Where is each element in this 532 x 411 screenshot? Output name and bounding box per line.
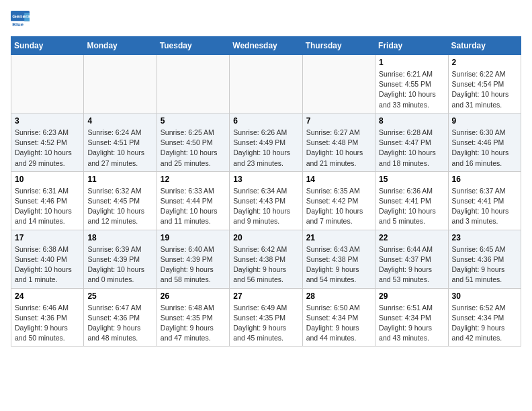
day-info: Sunrise: 6:39 AMSunset: 4:39 PMDaylight:…: [87, 244, 152, 285]
dow-header: Monday: [84, 37, 157, 55]
day-number: 4: [87, 116, 152, 126]
day-info: Sunrise: 6:38 AMSunset: 4:40 PMDaylight:…: [15, 244, 80, 285]
daylight-text: Daylight: 10 hours and 7 minutes.: [306, 207, 363, 225]
daylight-text: Daylight: 9 hours and 43 minutes.: [379, 324, 432, 342]
sunset-text: Sunset: 4:38 PM: [306, 255, 359, 263]
day-info: Sunrise: 6:50 AMSunset: 4:34 PMDaylight:…: [306, 303, 371, 344]
day-info: Sunrise: 6:21 AMSunset: 4:55 PMDaylight:…: [379, 69, 444, 110]
sunset-text: Sunset: 4:41 PM: [452, 197, 504, 205]
sunset-text: Sunset: 4:36 PM: [87, 314, 140, 322]
daylight-text: Daylight: 10 hours and 23 minutes.: [233, 148, 290, 167]
calendar-body: 1Sunrise: 6:21 AMSunset: 4:55 PMDaylight…: [11, 55, 521, 347]
sunrise-text: Sunrise: 6:25 AM: [161, 128, 214, 136]
sunset-text: Sunset: 4:40 PM: [15, 255, 67, 263]
daylight-text: Daylight: 10 hours and 31 minutes.: [452, 90, 509, 108]
calendar-cell: 10Sunrise: 6:31 AMSunset: 4:46 PMDayligh…: [11, 171, 84, 230]
day-number: 8: [379, 116, 444, 126]
daylight-text: Daylight: 10 hours and 12 minutes.: [87, 207, 144, 225]
daylight-text: Daylight: 10 hours and 16 minutes.: [452, 148, 509, 167]
calendar-week-row: 10Sunrise: 6:31 AMSunset: 4:46 PMDayligh…: [11, 171, 521, 230]
calendar-cell: 18Sunrise: 6:39 AMSunset: 4:39 PMDayligh…: [84, 230, 157, 288]
day-number: 7: [306, 116, 371, 126]
day-info: Sunrise: 6:26 AMSunset: 4:49 PMDaylight:…: [233, 128, 298, 169]
day-info: Sunrise: 6:33 AMSunset: 4:44 PMDaylight:…: [161, 186, 226, 227]
sunrise-text: Sunrise: 6:37 AM: [452, 187, 506, 195]
sunset-text: Sunset: 4:48 PM: [306, 138, 359, 146]
sunset-text: Sunset: 4:35 PM: [233, 314, 285, 322]
day-info: Sunrise: 6:28 AMSunset: 4:47 PMDaylight:…: [379, 128, 444, 169]
svg-text:General: General: [12, 13, 30, 19]
daylight-text: Daylight: 10 hours and 25 minutes.: [161, 148, 218, 167]
sunrise-text: Sunrise: 6:35 AM: [306, 187, 360, 195]
sunset-text: Sunset: 4:35 PM: [161, 314, 213, 322]
calendar-cell: 29Sunrise: 6:51 AMSunset: 4:34 PMDayligh…: [375, 288, 448, 347]
calendar-cell: [11, 55, 84, 113]
sunrise-text: Sunrise: 6:31 AM: [15, 187, 69, 195]
sunrise-text: Sunrise: 6:42 AM: [233, 245, 287, 253]
calendar-cell: 22Sunrise: 6:44 AMSunset: 4:37 PMDayligh…: [375, 230, 448, 288]
sunset-text: Sunset: 4:49 PM: [233, 138, 285, 146]
day-info: Sunrise: 6:24 AMSunset: 4:51 PMDaylight:…: [87, 128, 152, 169]
calendar-cell: 1Sunrise: 6:21 AMSunset: 4:55 PMDaylight…: [375, 55, 448, 113]
day-number: 2: [452, 58, 517, 67]
sunset-text: Sunset: 4:47 PM: [379, 138, 431, 146]
calendar-week-row: 3Sunrise: 6:23 AMSunset: 4:52 PMDaylight…: [11, 113, 521, 171]
daylight-text: Daylight: 10 hours and 11 minutes.: [161, 207, 218, 225]
day-info: Sunrise: 6:43 AMSunset: 4:38 PMDaylight:…: [306, 244, 371, 285]
sunrise-text: Sunrise: 6:52 AM: [452, 304, 506, 312]
day-info: Sunrise: 6:30 AMSunset: 4:46 PMDaylight:…: [452, 128, 517, 169]
day-info: Sunrise: 6:40 AMSunset: 4:39 PMDaylight:…: [161, 244, 226, 285]
day-number: 20: [233, 233, 298, 242]
sunset-text: Sunset: 4:51 PM: [87, 138, 140, 146]
day-info: Sunrise: 6:42 AMSunset: 4:38 PMDaylight:…: [233, 244, 298, 285]
calendar-cell: 25Sunrise: 6:47 AMSunset: 4:36 PMDayligh…: [84, 288, 157, 347]
day-info: Sunrise: 6:48 AMSunset: 4:35 PMDaylight:…: [161, 303, 226, 344]
logo: General Blue: [11, 11, 30, 30]
sunrise-text: Sunrise: 6:40 AM: [161, 245, 214, 253]
sunset-text: Sunset: 4:36 PM: [15, 314, 67, 322]
sunset-text: Sunset: 4:46 PM: [15, 197, 67, 205]
page-header: General Blue: [11, 11, 521, 30]
day-number: 27: [233, 291, 298, 301]
daylight-text: Daylight: 10 hours and 27 minutes.: [87, 148, 144, 167]
calendar-cell: 12Sunrise: 6:33 AMSunset: 4:44 PMDayligh…: [157, 171, 229, 230]
sunset-text: Sunset: 4:41 PM: [379, 197, 431, 205]
calendar-cell: 9Sunrise: 6:30 AMSunset: 4:46 PMDaylight…: [448, 113, 521, 171]
calendar-cell: 13Sunrise: 6:34 AMSunset: 4:43 PMDayligh…: [230, 171, 302, 230]
svg-text:Blue: Blue: [12, 21, 24, 28]
daylight-text: Daylight: 9 hours and 50 minutes.: [15, 324, 68, 342]
sunrise-text: Sunrise: 6:51 AM: [379, 304, 433, 312]
calendar-cell: 24Sunrise: 6:46 AMSunset: 4:36 PMDayligh…: [11, 288, 84, 347]
sunset-text: Sunset: 4:42 PM: [306, 197, 359, 205]
sunrise-text: Sunrise: 6:26 AM: [233, 128, 287, 136]
calendar-cell: 7Sunrise: 6:27 AMSunset: 4:48 PMDaylight…: [302, 113, 375, 171]
day-number: 17: [15, 233, 80, 242]
daylight-text: Daylight: 10 hours and 9 minutes.: [233, 207, 290, 225]
day-info: Sunrise: 6:35 AMSunset: 4:42 PMDaylight:…: [306, 186, 371, 227]
sunset-text: Sunset: 4:55 PM: [379, 80, 431, 88]
daylight-text: Daylight: 10 hours and 21 minutes.: [306, 148, 363, 167]
dow-header: Saturday: [448, 37, 521, 55]
sunrise-text: Sunrise: 6:34 AM: [233, 187, 287, 195]
day-number: 1: [379, 58, 444, 67]
calendar-cell: 5Sunrise: 6:25 AMSunset: 4:50 PMDaylight…: [157, 113, 229, 171]
day-info: Sunrise: 6:46 AMSunset: 4:36 PMDaylight:…: [15, 303, 80, 344]
sunrise-text: Sunrise: 6:27 AM: [306, 128, 360, 136]
daylight-text: Daylight: 9 hours and 42 minutes.: [452, 324, 505, 342]
sunset-text: Sunset: 4:54 PM: [452, 80, 504, 88]
daylight-text: Daylight: 9 hours and 58 minutes.: [161, 265, 214, 283]
calendar-cell: 21Sunrise: 6:43 AMSunset: 4:38 PMDayligh…: [302, 230, 375, 288]
sunrise-text: Sunrise: 6:33 AM: [161, 187, 214, 195]
dow-header: Sunday: [11, 37, 84, 55]
calendar-week-row: 1Sunrise: 6:21 AMSunset: 4:55 PMDaylight…: [11, 55, 521, 113]
calendar-cell: 23Sunrise: 6:45 AMSunset: 4:36 PMDayligh…: [448, 230, 521, 288]
day-info: Sunrise: 6:37 AMSunset: 4:41 PMDaylight:…: [452, 186, 517, 227]
calendar-cell: 3Sunrise: 6:23 AMSunset: 4:52 PMDaylight…: [11, 113, 84, 171]
calendar-cell: 20Sunrise: 6:42 AMSunset: 4:38 PMDayligh…: [230, 230, 302, 288]
day-number: 23: [452, 233, 517, 242]
day-number: 15: [379, 175, 444, 184]
dow-header: Thursday: [302, 37, 375, 55]
day-number: 10: [15, 175, 80, 184]
calendar-cell: 17Sunrise: 6:38 AMSunset: 4:40 PMDayligh…: [11, 230, 84, 288]
day-info: Sunrise: 6:51 AMSunset: 4:34 PMDaylight:…: [379, 303, 444, 344]
